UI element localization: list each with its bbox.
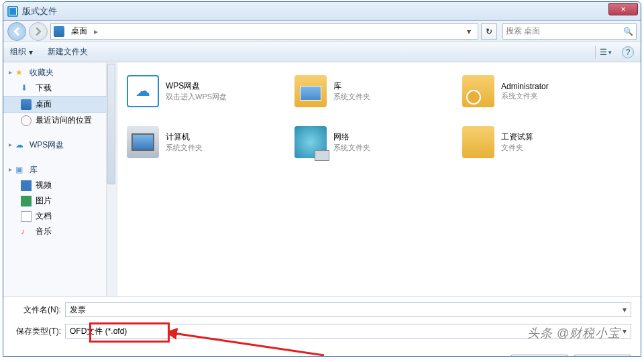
folder-icon xyxy=(462,126,494,158)
sidebar-item-videos[interactable]: 视频 xyxy=(3,178,117,193)
item-computer[interactable]: 计算机系统文件夹 xyxy=(124,119,278,166)
dialog-body: ★ 收藏夹 ⬇ 下载 桌面 最近访问的位置 ☁ xyxy=(3,62,641,297)
window-title: 版式文件 xyxy=(22,5,57,17)
file-list: ☁WPS网盘双击进入WPS网盘 库系统文件夹 Administrator系统文件… xyxy=(117,62,641,296)
item-libraries[interactable]: 库系统文件夹 xyxy=(292,68,446,115)
sidebar-item-downloads[interactable]: ⬇ 下载 xyxy=(3,80,117,96)
picture-icon xyxy=(21,196,32,206)
search-input[interactable]: 搜索 桌面 🔍 xyxy=(502,23,637,40)
address-bar[interactable]: 桌面 ▸ ▾ xyxy=(50,23,478,40)
filename-input[interactable]: 发票 ▾ xyxy=(65,302,631,317)
cancel-button[interactable]: 取消 xyxy=(574,355,631,357)
breadcrumb-segment[interactable]: 桌面 xyxy=(68,25,90,37)
item-administrator[interactable]: Administrator系统文件夹 xyxy=(460,68,614,115)
titlebar: 版式文件 × xyxy=(3,2,641,21)
close-button[interactable]: × xyxy=(608,3,638,15)
help-button[interactable]: ? xyxy=(622,46,634,58)
sidebar-item-music[interactable]: ♪音乐 xyxy=(3,224,117,239)
save-dialog-window: 版式文件 × 桌面 ▸ ▾ ↻ 搜索 桌面 🔍 组织▾ 新建文件夹 ☰▾ ? xyxy=(3,1,641,357)
filename-label: 文件名(N): xyxy=(13,304,65,316)
view-options-button[interactable]: ☰▾ xyxy=(595,46,615,59)
item-network[interactable]: 网络系统文件夹 xyxy=(292,119,446,166)
search-icon: 🔍 xyxy=(623,27,633,36)
item-wps[interactable]: ☁WPS网盘双击进入WPS网盘 xyxy=(124,68,278,115)
navigation-bar: 桌面 ▸ ▾ ↻ 搜索 桌面 🔍 xyxy=(3,21,641,42)
toolbar: 组织▾ 新建文件夹 ☰▾ ? xyxy=(3,42,641,62)
location-icon xyxy=(54,26,64,37)
music-icon: ♪ xyxy=(21,227,32,237)
favorites-group[interactable]: ★ 收藏夹 xyxy=(3,65,117,80)
address-dropdown[interactable]: ▾ xyxy=(463,27,475,36)
sidebar-item-documents[interactable]: 文档 xyxy=(3,208,117,224)
navigation-pane: ★ 收藏夹 ⬇ 下载 桌面 最近访问的位置 ☁ xyxy=(3,62,117,296)
item-salary-folder[interactable]: 工资试算文件夹 xyxy=(460,119,614,166)
recent-icon xyxy=(21,115,32,126)
document-icon xyxy=(21,211,32,222)
sidebar-item-pictures[interactable]: 图片 xyxy=(3,193,117,208)
desktop-icon xyxy=(21,99,32,110)
star-icon: ★ xyxy=(15,68,26,78)
filename-dropdown-icon[interactable]: ▾ xyxy=(623,305,627,314)
wps-group[interactable]: ☁ WPS网盘 xyxy=(3,137,117,153)
new-folder-button[interactable]: 新建文件夹 xyxy=(48,46,88,58)
computer-icon xyxy=(127,126,159,158)
user-folder-icon xyxy=(462,75,494,107)
libraries-large-icon xyxy=(294,75,327,107)
sidebar-scrollbar-thumb[interactable] xyxy=(107,64,115,184)
cloud-icon: ☁ xyxy=(15,140,26,151)
network-icon xyxy=(294,126,327,158)
back-button[interactable] xyxy=(7,22,26,41)
app-icon xyxy=(7,6,18,17)
video-icon xyxy=(21,180,32,191)
filetype-label: 保存类型(T): xyxy=(13,326,65,337)
save-fields: 文件名(N): 发票 ▾ 保存类型(T): OFD文件 (*.ofd) ▾ xyxy=(3,297,641,352)
sidebar-item-desktop[interactable]: 桌面 xyxy=(3,96,117,113)
filetype-dropdown-icon[interactable]: ▾ xyxy=(623,326,627,336)
filetype-select[interactable]: OFD文件 (*.ofd) ▾ xyxy=(65,324,631,339)
sidebar-item-recent[interactable]: 最近访问的位置 xyxy=(3,113,117,128)
breadcrumb-separator-icon[interactable]: ▸ xyxy=(94,27,98,36)
save-button[interactable]: 保存(S) xyxy=(511,355,568,357)
libraries-group[interactable]: ▣ 库 xyxy=(3,162,117,178)
search-placeholder: 搜索 桌面 xyxy=(506,25,540,37)
cloud-large-icon: ☁ xyxy=(127,75,159,107)
dialog-buttons: 隐藏文件夹 保存(S) 取消 xyxy=(3,352,641,357)
refresh-button[interactable]: ↻ xyxy=(481,23,497,40)
libraries-icon: ▣ xyxy=(15,165,26,176)
download-icon: ⬇ xyxy=(21,83,32,94)
organize-menu[interactable]: 组织▾ xyxy=(10,46,33,58)
forward-button[interactable] xyxy=(29,22,48,41)
sidebar-scrollbar[interactable] xyxy=(106,62,117,296)
